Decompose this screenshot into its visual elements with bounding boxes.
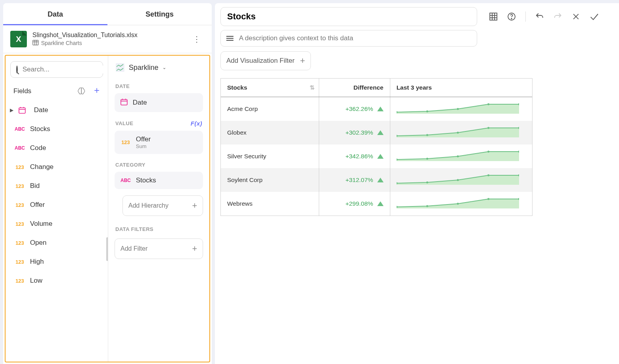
field-item-offer[interactable]: 123Offer [6, 195, 108, 214]
th-stocks[interactable]: Stocks ⇅ [221, 79, 319, 97]
numeric-icon: 123 [14, 221, 25, 227]
sparkline-icon [115, 63, 125, 72]
sparkline [397, 103, 519, 114]
datasource-bar: X Slingshot_Visualization_Tutorials.xlsx… [3, 25, 212, 53]
confirm-icon[interactable] [589, 11, 599, 22]
svg-point-36 [426, 158, 428, 160]
section-value: VALUE F(x) [115, 116, 203, 131]
field-label: Change [30, 163, 54, 171]
config-pane: Sparkline ⌄ DATE Date VALUE F(x) 123 [108, 56, 209, 362]
fx-button[interactable]: F(x) [191, 120, 203, 127]
search-input[interactable] [23, 66, 106, 73]
add-viz-filter-button[interactable]: Add Visualization Filter + [220, 51, 311, 70]
th-difference[interactable]: Difference [319, 79, 390, 97]
plus-icon: + [192, 244, 197, 254]
field-item-low[interactable]: 123Low [6, 271, 108, 290]
cell-difference: +342.86% [319, 144, 390, 168]
category-pill[interactable]: ABC Stocks [115, 172, 203, 189]
description-input[interactable] [239, 34, 471, 42]
field-item-high[interactable]: 123High [6, 252, 108, 271]
section-datafilters: DATA FILTERS [115, 222, 203, 236]
table-row[interactable]: Webrews+299.08% [221, 192, 532, 216]
cell-stock-name: Globex [221, 121, 319, 144]
field-item-date[interactable]: ▶Date [6, 101, 108, 120]
svg-point-44 [487, 174, 489, 176]
text-icon: ABC [14, 145, 25, 151]
text-icon: ABC [14, 126, 25, 132]
cell-sparkline [390, 121, 532, 144]
close-icon[interactable] [571, 11, 581, 22]
up-trend-icon [377, 201, 384, 206]
cell-difference: +302.39% [319, 121, 390, 144]
svg-rect-13 [490, 13, 497, 20]
svg-point-42 [426, 182, 428, 184]
sort-icon[interactable]: ⇅ [310, 84, 315, 91]
tab-settings[interactable]: Settings [107, 3, 212, 25]
tabs: Data Settings [3, 3, 212, 25]
cell-stock-name: Silver Security [221, 144, 319, 168]
add-hierarchy-button[interactable]: Add Hierarchy+ [122, 195, 203, 216]
numeric-icon: 123 [14, 259, 25, 265]
sparkline [397, 197, 519, 208]
value-pill-label: Offer [136, 135, 151, 143]
tab-data[interactable]: Data [3, 3, 107, 25]
add-field-button[interactable]: + [92, 86, 102, 96]
highlighted-panes: Fields + ▶DateABCStocksABCCode123Change1… [5, 55, 210, 362]
cell-sparkline [390, 144, 532, 168]
numeric-icon: 123 [14, 183, 25, 189]
calendar-icon [18, 106, 29, 114]
visualization-selector[interactable]: Sparkline ⌄ [115, 60, 203, 79]
field-label: Volume [30, 220, 53, 228]
plus-icon: + [300, 56, 305, 66]
field-label: Offer [30, 201, 45, 209]
svg-point-32 [487, 127, 489, 129]
field-item-bid[interactable]: 123Bid [6, 176, 108, 195]
cell-stock-name: Acme Corp [221, 97, 319, 121]
up-trend-icon [377, 178, 384, 182]
description-row[interactable] [220, 30, 477, 47]
field-item-volume[interactable]: 123Volume [6, 214, 108, 233]
section-date: DATE [115, 79, 203, 93]
help-icon[interactable] [506, 11, 517, 22]
field-label: Low [30, 277, 42, 285]
sparkline [397, 174, 519, 185]
cell-sparkline [390, 97, 532, 121]
date-pill[interactable]: Date [115, 93, 203, 112]
fields-search[interactable] [10, 61, 103, 78]
field-label: Bid [30, 182, 40, 190]
add-filter-button[interactable]: Add Filter+ [115, 238, 203, 259]
field-item-open[interactable]: 123Open [6, 233, 108, 252]
visualization-label: Sparkline [129, 64, 158, 72]
viz-title-input[interactable] [227, 11, 470, 22]
th-last3[interactable]: Last 3 years [390, 79, 532, 97]
chevron-down-icon: ⌄ [162, 65, 166, 70]
table-icon [32, 39, 39, 47]
cell-sparkline [390, 168, 532, 192]
field-item-change[interactable]: 123Change [6, 158, 108, 176]
left-panel: Data Settings X Slingshot_Visualization_… [3, 3, 212, 364]
viz-title-input-wrap[interactable] [220, 7, 477, 26]
table-row[interactable]: Silver Security+342.86% [221, 144, 532, 168]
brain-icon[interactable] [77, 87, 86, 96]
field-item-stocks[interactable]: ABCStocks [6, 120, 108, 139]
fields-title: Fields [13, 87, 31, 95]
value-pill[interactable]: 123 Offer Sum [115, 131, 203, 154]
category-pill-label: Stocks [136, 176, 156, 184]
grid-icon[interactable] [488, 11, 499, 22]
svg-point-30 [426, 134, 428, 136]
up-trend-icon [377, 130, 384, 135]
table-row[interactable]: Acme Corp+362.26% [221, 97, 532, 121]
field-label: Code [30, 144, 46, 152]
field-label: Stocks [30, 125, 50, 133]
numeric-icon: 123 [14, 278, 25, 284]
cell-stock-name: Webrews [221, 192, 319, 216]
field-item-code[interactable]: ABCCode [6, 139, 108, 158]
table-row[interactable]: Globex+302.39% [221, 121, 532, 144]
svg-rect-0 [33, 40, 38, 45]
svg-point-50 [487, 198, 489, 200]
table-row[interactable]: Soylent Corp+312.07% [221, 168, 532, 192]
datasource-menu-button[interactable]: ⋮ [189, 32, 205, 46]
redo-icon[interactable] [553, 11, 563, 22]
undo-icon[interactable] [534, 11, 545, 22]
datasource-sheet: Sparkline Charts [41, 40, 82, 46]
